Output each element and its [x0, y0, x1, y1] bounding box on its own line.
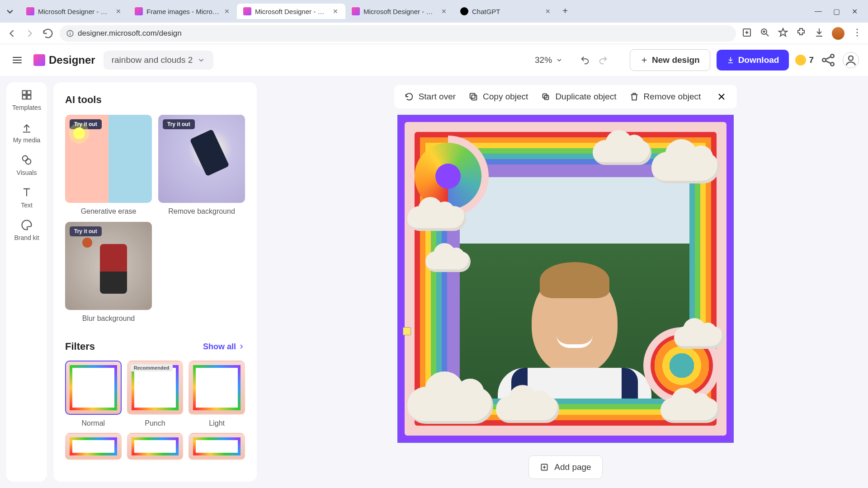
tab-title: Microsoft Designer - Stunning — [363, 8, 437, 15]
filter-light[interactable]: Light — [189, 361, 245, 427]
close-window-icon[interactable]: ✕ — [850, 7, 859, 16]
add-page-button[interactable]: Add page — [528, 455, 602, 479]
zoom-value: 32% — [535, 55, 552, 65]
bookmark-icon[interactable] — [778, 27, 788, 38]
object-toolbar: Start over Copy object Duplicate object … — [394, 85, 737, 108]
rail-text[interactable]: Text — [20, 186, 33, 209]
share-icon[interactable] — [820, 52, 836, 68]
templates-icon — [20, 89, 33, 101]
new-design-button[interactable]: New design — [630, 49, 710, 71]
filter-normal[interactable]: Normal — [65, 361, 122, 427]
ai-tool-label: Blur background — [65, 314, 152, 323]
design-name-dropdown[interactable]: rainbow and clouds 2 — [104, 51, 214, 70]
reload-icon[interactable] — [42, 27, 54, 40]
profile-avatar[interactable] — [832, 27, 844, 40]
back-icon[interactable] — [5, 27, 18, 40]
palette-icon — [20, 219, 33, 231]
browser-tabs: Microsoft Designer - Stunning ✕ Frame im… — [20, 4, 814, 19]
ai-tool-remove-background[interactable]: Try it out Remove background — [158, 115, 245, 216]
copy-object-button[interactable]: Copy object — [468, 92, 528, 102]
try-badge: Try it out — [70, 226, 102, 236]
tab-search-icon[interactable] — [4, 5, 16, 18]
app-header: Designer rainbow and clouds 2 32% New de… — [0, 44, 868, 76]
panel-scroll[interactable]: AI tools Try it out Generative erase Try… — [65, 94, 257, 482]
cloud-decoration — [593, 140, 651, 165]
remove-object-button[interactable]: Remove object — [629, 92, 701, 102]
maximize-icon[interactable]: ▢ — [832, 7, 841, 16]
rail-brand-kit[interactable]: Brand kit — [14, 219, 39, 241]
site-info-icon[interactable] — [66, 29, 74, 38]
close-icon[interactable]: ✕ — [440, 8, 448, 15]
undo-icon[interactable] — [580, 55, 590, 65]
zoom-control[interactable]: 32% — [535, 55, 563, 65]
close-icon[interactable]: ✕ — [115, 8, 122, 15]
ai-tool-blur-background[interactable]: Try it out Blur background — [65, 222, 152, 323]
tool-label: Duplicate object — [555, 92, 616, 102]
menu-icon[interactable] — [852, 27, 863, 38]
cloud-decoration — [425, 251, 471, 272]
cursor-indicator — [403, 327, 411, 335]
tool-label: Copy object — [483, 92, 528, 102]
coins-indicator[interactable]: 7 — [795, 55, 814, 66]
ai-tool-generative-erase[interactable]: Try it out Generative erase — [65, 115, 152, 216]
browser-tab[interactable]: Frame images - Microsoft Des ✕ — [128, 4, 237, 19]
start-over-button[interactable]: Start over — [404, 92, 456, 102]
close-icon[interactable]: ✕ — [223, 8, 231, 15]
duplicate-object-button[interactable]: Duplicate object — [541, 92, 616, 102]
redo-icon[interactable] — [598, 55, 608, 65]
close-toolbar-button[interactable] — [716, 91, 727, 102]
filter-item[interactable] — [127, 433, 184, 460]
duplicate-icon — [541, 92, 551, 102]
chatgpt-favicon-icon — [460, 7, 468, 15]
svg-rect-18 — [472, 95, 476, 100]
new-tab-button[interactable]: + — [558, 4, 572, 18]
url-input[interactable]: designer.microsoft.com/design — [60, 25, 736, 42]
browser-tab[interactable]: ChatGPT ✕ — [454, 4, 558, 19]
browser-tab-active[interactable]: Microsoft Designer - Stunning ✕ — [237, 4, 345, 19]
rail-visuals[interactable]: Visuals — [17, 154, 37, 176]
filter-thumb: Recommended — [127, 361, 184, 415]
account-icon[interactable] — [843, 52, 859, 68]
upload-icon — [20, 121, 33, 134]
filter-punch[interactable]: Recommended Punch — [127, 361, 184, 427]
forward-icon[interactable] — [24, 27, 36, 40]
rail-templates[interactable]: Templates — [12, 89, 41, 111]
minimize-icon[interactable]: — — [814, 7, 823, 16]
browser-tab[interactable]: Microsoft Designer - Stunning ✕ — [20, 4, 128, 19]
cloud-decoration — [674, 326, 724, 349]
filter-thumb — [127, 433, 184, 460]
rail-label: Visuals — [17, 169, 37, 176]
chevron-down-icon — [197, 56, 205, 64]
filter-thumb — [189, 361, 245, 415]
filter-item[interactable] — [65, 433, 122, 460]
design-canvas[interactable] — [398, 116, 733, 442]
side-rail: Templates My media Visuals Text Brand ki… — [6, 82, 47, 482]
tab-title: Microsoft Designer - Stunning — [255, 8, 328, 15]
show-all-link[interactable]: Show all — [203, 342, 245, 352]
tool-label: Start over — [419, 92, 456, 102]
rail-my-media[interactable]: My media — [13, 121, 41, 144]
visuals-icon — [20, 154, 33, 166]
svg-rect-1 — [70, 33, 71, 35]
designer-logo[interactable]: Designer — [33, 54, 95, 66]
download-button[interactable]: Download — [717, 50, 789, 70]
tab-title: Microsoft Designer - Stunning — [38, 8, 111, 15]
address-bar: designer.microsoft.com/design — [0, 23, 868, 44]
extensions-icon[interactable] — [796, 27, 807, 38]
close-icon[interactable]: ✕ — [544, 8, 552, 15]
rail-label: My media — [13, 136, 41, 144]
filter-item[interactable] — [189, 433, 245, 460]
zoom-icon[interactable] — [760, 27, 770, 38]
cloud-decoration — [496, 396, 559, 423]
install-icon[interactable] — [741, 27, 752, 38]
downloads-icon[interactable] — [814, 27, 825, 38]
rail-label: Templates — [12, 104, 41, 111]
url-text: designer.microsoft.com/design — [78, 29, 182, 38]
filters-header: Filters Show all — [65, 341, 245, 352]
close-icon[interactable]: ✕ — [332, 8, 339, 15]
hamburger-icon[interactable] — [9, 52, 25, 68]
svg-rect-12 — [23, 91, 26, 94]
browser-tab[interactable]: Microsoft Designer - Stunning ✕ — [345, 4, 454, 19]
logo-text: Designer — [49, 54, 95, 66]
ai-tools-grid: Try it out Generative erase Try it out R… — [65, 115, 245, 323]
